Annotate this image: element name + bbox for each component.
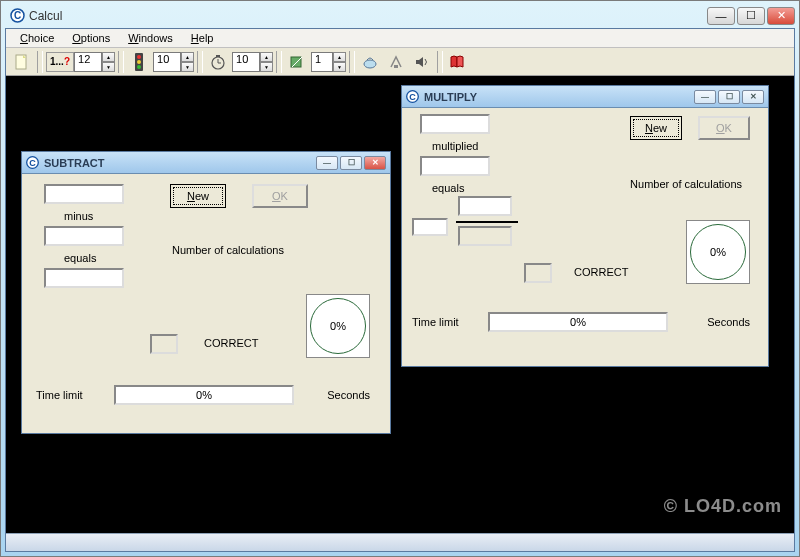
svg-point-6 [137,65,141,69]
multiply-body: multiplied equals NewNew OKOK Number of … [402,108,768,366]
toolbar-separator [276,51,282,73]
result-side-input[interactable] [412,218,448,236]
child-close-button[interactable]: ✕ [364,156,386,170]
menu-options[interactable]: OptionsOptions [64,30,118,46]
seconds-label: Seconds [327,389,370,401]
percent-gauge: 0% [686,220,750,284]
result-input[interactable] [44,268,124,288]
select-icon[interactable] [285,51,309,73]
range-input[interactable]: 12 [74,52,102,72]
svg-rect-13 [394,65,398,68]
correct-count-display [524,263,552,283]
select-spinner[interactable]: 1 ▲▼ [311,51,346,73]
operand1-input[interactable] [44,184,124,204]
num-calc-label: Number of calculations [630,178,742,190]
traffic-light-icon[interactable] [127,51,151,73]
equals-label: equals [64,252,96,264]
title-text: Calcul [29,9,62,23]
minimize-button[interactable]: — [707,7,735,25]
count-input[interactable]: 10 [153,52,181,72]
subtract-window[interactable]: C SUBTRACT — ☐ ✕ minus equals NewNew [21,151,391,434]
question-mark-icon: ? [64,56,70,67]
multiply-window[interactable]: C MULTIPLY — ☐ ✕ multiplied equals [401,85,769,367]
action-icon-1[interactable] [358,51,382,73]
mdi-area: C MULTIPLY — ☐ ✕ multiplied equals [6,76,794,533]
subtract-body: minus equals NewNew OKOK Number of calcu… [22,174,390,433]
svg-text:C: C [29,158,36,168]
progress-display: 0% [488,312,668,332]
timer-icon[interactable] [206,51,230,73]
sound-icon[interactable] [410,51,434,73]
child-minimize-button[interactable]: — [694,90,716,104]
titlebar[interactable]: C Calcul — ☐ ✕ [5,5,795,28]
child-maximize-button[interactable]: ☐ [340,156,362,170]
maximize-button[interactable]: ☐ [737,7,765,25]
seconds-label: Seconds [707,316,750,328]
correct-count-display [150,334,178,354]
num-calc-label: Number of calculations [172,244,284,256]
child-maximize-button[interactable]: ☐ [718,90,740,104]
watermark: © LO4D.com [664,496,782,517]
close-button[interactable]: ✕ [767,7,795,25]
operand2-input[interactable] [44,226,124,246]
menu-choice[interactable]: CChoicehoice [12,30,62,46]
timer-input[interactable]: 10 [232,52,260,72]
svg-text:C: C [13,10,20,21]
result-lower-display [458,226,512,246]
toolbar-separator [349,51,355,73]
new-button[interactable]: NewNew [630,116,682,140]
result-upper-input[interactable] [458,196,512,216]
fraction-line [456,221,518,223]
help-book-icon[interactable] [446,51,470,73]
count-spinner[interactable]: 10 ▲▼ [153,51,194,73]
svg-text:C: C [409,92,416,102]
app-icon: C [9,8,25,24]
percent-gauge: 0% [306,294,370,358]
minus-label: minus [64,210,93,222]
time-limit-label: Time limit [412,316,459,328]
new-button[interactable]: NewNew [170,184,226,208]
action-icon-2[interactable] [384,51,408,73]
svg-rect-11 [291,57,301,67]
toolbar: 1...?1...? 12 ▲▼ 10 ▲▼ 10 ▲▼ [6,48,794,76]
svg-point-4 [137,55,141,59]
time-limit-label: Time limit [36,389,83,401]
svg-rect-10 [216,55,220,57]
menu-help[interactable]: HelpHelp [183,30,222,46]
child-minimize-button[interactable]: — [316,156,338,170]
toolbar-separator [37,51,43,73]
multiply-titlebar[interactable]: C MULTIPLY — ☐ ✕ [402,86,768,108]
ok-button[interactable]: OKOK [252,184,308,208]
svg-point-12 [364,60,376,68]
subtract-titlebar[interactable]: C SUBTRACT — ☐ ✕ [22,152,390,174]
client-area: CChoicehoice OptionsOptions WindowsWindo… [5,28,795,552]
correct-label: CORRECT [574,266,628,278]
main-window: C Calcul — ☐ ✕ CChoicehoice OptionsOptio… [1,1,799,556]
toolbar-separator [118,51,124,73]
statusbar [6,533,794,551]
operand2-input[interactable] [420,156,490,176]
progress-display: 0% [114,385,294,405]
equals-label: equals [432,182,464,194]
menubar: CChoicehoice OptionsOptions WindowsWindo… [6,29,794,48]
multiplied-label: multiplied [432,140,478,152]
operand1-input[interactable] [420,114,490,134]
toolbar-separator [437,51,443,73]
toolbar-separator [197,51,203,73]
menu-windows[interactable]: WindowsWindows [120,30,181,46]
app-icon: C [26,156,40,170]
new-file-icon[interactable] [10,51,34,73]
correct-label: CORRECT [204,337,258,349]
child-close-button[interactable]: ✕ [742,90,764,104]
subtract-title: SUBTRACT [44,157,105,169]
timer-spinner[interactable]: 10 ▲▼ [232,51,273,73]
select-input[interactable]: 1 [311,52,333,72]
range-spinner[interactable]: 1...?1...? 12 ▲▼ [46,51,115,73]
ok-button[interactable]: OKOK [698,116,750,140]
svg-point-5 [137,60,141,64]
app-icon: C [406,90,420,104]
multiply-title: MULTIPLY [424,91,477,103]
